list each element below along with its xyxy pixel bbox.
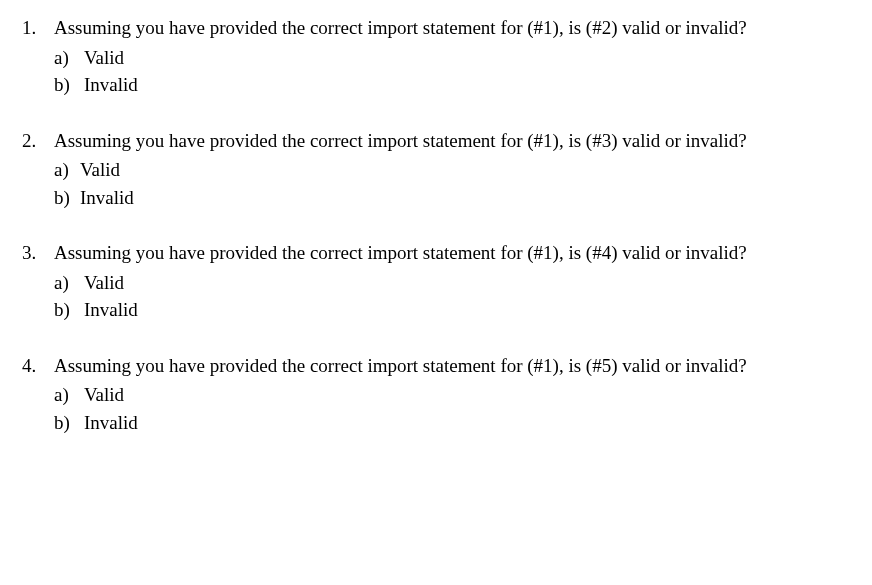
option-a: a) Valid [54, 44, 850, 72]
option-b: b) Invalid [54, 71, 850, 99]
option-letter: b) [54, 409, 84, 437]
question-options: a) Valid b) Invalid [22, 269, 850, 324]
question-row: 1. Assuming you have provided the correc… [22, 14, 850, 42]
option-letter: b) [54, 296, 84, 324]
question-number: 4. [22, 352, 54, 380]
question-text: Assuming you have provided the correct i… [54, 14, 850, 42]
question-number: 2. [22, 127, 54, 155]
question-row: 3. Assuming you have provided the correc… [22, 239, 850, 267]
option-letter: b) [54, 184, 80, 212]
question-row: 4. Assuming you have provided the correc… [22, 352, 850, 380]
option-letter: a) [54, 156, 80, 184]
option-a: a) Valid [54, 381, 850, 409]
question-options: a) Valid b) Invalid [22, 156, 850, 211]
question-2: 2. Assuming you have provided the correc… [22, 127, 850, 212]
question-options: a) Valid b) Invalid [22, 381, 850, 436]
question-text: Assuming you have provided the correct i… [54, 127, 850, 155]
option-text: Valid [80, 156, 850, 184]
question-text: Assuming you have provided the correct i… [54, 239, 850, 267]
question-number: 3. [22, 239, 54, 267]
option-letter: a) [54, 44, 84, 72]
option-b: b) Invalid [54, 296, 850, 324]
question-1: 1. Assuming you have provided the correc… [22, 14, 850, 99]
question-4: 4. Assuming you have provided the correc… [22, 352, 850, 437]
option-text: Valid [84, 269, 850, 297]
question-options: a) Valid b) Invalid [22, 44, 850, 99]
option-text: Invalid [84, 71, 850, 99]
question-number: 1. [22, 14, 54, 42]
option-a: a) Valid [54, 156, 850, 184]
option-text: Valid [84, 44, 850, 72]
option-b: b) Invalid [54, 409, 850, 437]
option-text: Invalid [84, 409, 850, 437]
option-a: a) Valid [54, 269, 850, 297]
option-letter: a) [54, 269, 84, 297]
option-text: Valid [84, 381, 850, 409]
question-row: 2. Assuming you have provided the correc… [22, 127, 850, 155]
question-3: 3. Assuming you have provided the correc… [22, 239, 850, 324]
option-letter: a) [54, 381, 84, 409]
option-text: Invalid [84, 296, 850, 324]
option-text: Invalid [80, 184, 850, 212]
question-text: Assuming you have provided the correct i… [54, 352, 850, 380]
option-b: b) Invalid [54, 184, 850, 212]
option-letter: b) [54, 71, 84, 99]
